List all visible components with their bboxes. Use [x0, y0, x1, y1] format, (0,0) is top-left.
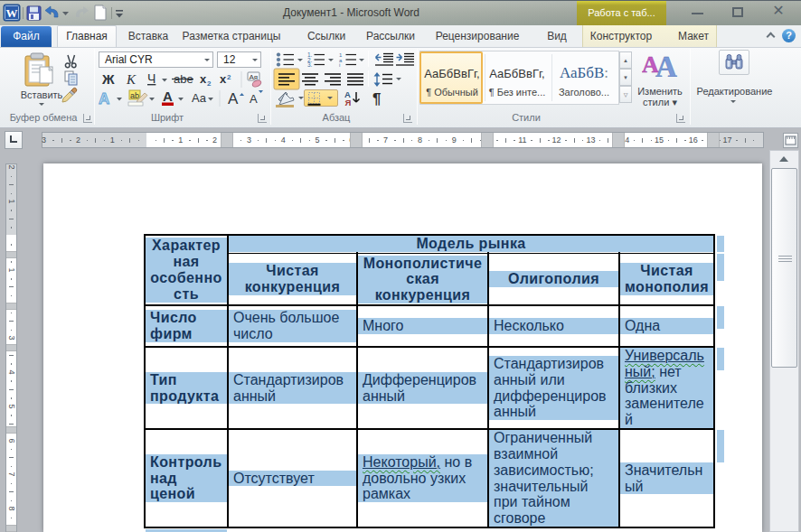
- svg-text:x: x: [220, 72, 227, 86]
- svg-text:3.: 3.: [307, 61, 313, 68]
- svg-text:2: 2: [227, 73, 231, 81]
- svg-text:А: А: [250, 92, 258, 106]
- svg-text:Aя: Aя: [250, 73, 259, 81]
- svg-text:Аа: Аа: [192, 91, 207, 105]
- svg-text:Я: Я: [345, 98, 352, 107]
- svg-text:Ч: Ч: [147, 71, 155, 86]
- svg-text:A: A: [655, 51, 677, 77]
- svg-text:W: W: [6, 6, 18, 20]
- svg-text:А: А: [163, 89, 173, 104]
- svg-text:x: x: [200, 72, 207, 86]
- svg-text:2: 2: [207, 79, 212, 88]
- svg-text:А: А: [228, 90, 239, 107]
- svg-text:i: i: [339, 62, 340, 68]
- svg-text:К: К: [126, 72, 137, 87]
- svg-text:А: А: [99, 90, 109, 107]
- svg-text:Ж: Ж: [101, 71, 115, 87]
- svg-text:ab: ab: [130, 91, 139, 100]
